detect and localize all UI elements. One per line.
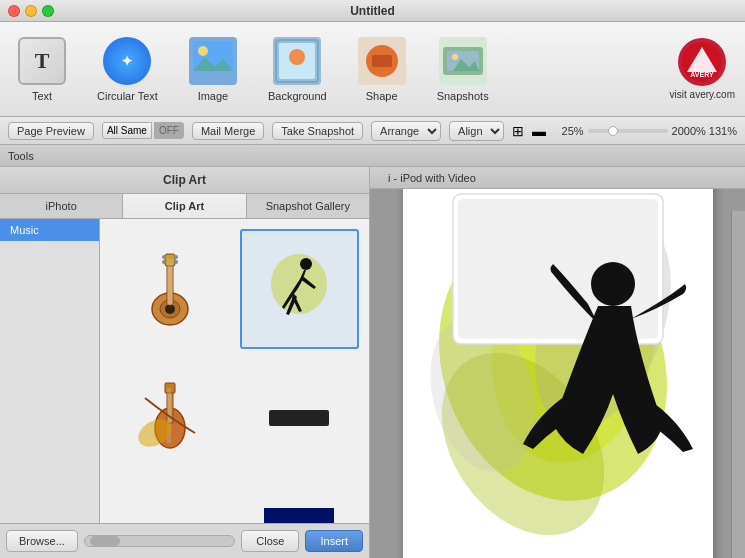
toolbar-item-circular-text[interactable]: ✦ Circular Text [89, 32, 166, 107]
tools-tab: Tools [0, 145, 745, 167]
all-same-toggle: All Same OFF [102, 122, 184, 139]
svg-rect-55 [264, 508, 334, 523]
text-icon: T [18, 37, 66, 85]
list-item[interactable] [240, 359, 360, 479]
zoom-slider[interactable] [588, 129, 668, 133]
background-icon-svg [273, 37, 321, 85]
circular-text-label: Circular Text [97, 90, 158, 102]
close-button[interactable] [8, 5, 20, 17]
tab-snapshot-gallery[interactable]: Snapshot Gallery [247, 194, 369, 218]
background-icon [273, 37, 321, 85]
toolbar-item-snapshots[interactable]: Snapshots [429, 32, 497, 107]
traffic-lights [8, 5, 54, 17]
clip-art-panel: Clip Art iPhoto Clip Art Snapshot Galler… [0, 167, 370, 558]
panel-footer: Browse... Close Insert [0, 523, 369, 558]
keyboard-image [130, 508, 210, 523]
close-button[interactable]: Close [241, 530, 299, 552]
svg-rect-10 [372, 55, 392, 67]
text-icon-shape: T [18, 37, 66, 85]
svg-point-67 [591, 262, 635, 306]
list-item[interactable] [110, 229, 230, 349]
take-snapshot-button[interactable]: Take Snapshot [272, 122, 363, 140]
toolbar-item-text[interactable]: T Text [10, 32, 74, 107]
svg-point-15 [452, 54, 458, 60]
svg-point-27 [162, 255, 166, 259]
scrollbar-thumb [90, 536, 120, 546]
canvas-tab-bar: i - iPod with Video [370, 167, 745, 189]
grid-icon[interactable]: ⊞ [512, 123, 524, 139]
shape-icon-svg [358, 37, 406, 85]
browse-button[interactable]: Browse... [6, 530, 78, 552]
panel-sidebar: Music [0, 219, 369, 523]
toolbar-item-image[interactable]: Image [181, 32, 245, 107]
controlbar: Page Preview All Same OFF Mail Merge Tak… [0, 117, 745, 145]
align-select[interactable]: Align [449, 121, 504, 141]
clip-art-grid [100, 219, 369, 523]
svg-point-28 [162, 260, 166, 264]
image-label: Image [198, 90, 229, 102]
background-label: Background [268, 90, 327, 102]
panel-header: Clip Art [0, 167, 369, 194]
main-area: Clip Art iPhoto Clip Art Snapshot Galler… [0, 167, 745, 558]
horizontal-scrollbar[interactable] [84, 535, 236, 547]
mail-merge-button[interactable]: Mail Merge [192, 122, 264, 140]
svg-point-30 [174, 260, 178, 264]
zoom-min-label: 25% [562, 125, 584, 137]
circular-text-icon-shape: ✦ [103, 37, 151, 85]
tab-iphoto[interactable]: iPhoto [0, 194, 123, 218]
list-item[interactable] [110, 488, 230, 523]
ipod-artwork [403, 189, 713, 558]
insert-button[interactable]: Insert [305, 530, 363, 552]
horn-image [259, 508, 339, 523]
canvas-tab-label: i - iPod with Video [380, 170, 484, 186]
circular-text-icon: ✦ [103, 37, 151, 85]
zoom-max-label: 2000% 131% [672, 125, 737, 137]
avery-badge-icon: AVERY [678, 38, 726, 86]
dancer-image [259, 249, 339, 329]
shape-label: Shape [366, 90, 398, 102]
category-list: Music [0, 219, 100, 523]
toolbar-item-shape[interactable]: Shape [350, 32, 414, 107]
svg-rect-39 [269, 410, 329, 426]
svg-point-7 [289, 49, 305, 65]
list-item[interactable] [240, 488, 360, 523]
minimize-button[interactable] [25, 5, 37, 17]
list-item[interactable] [240, 229, 360, 349]
panel-tabs: iPhoto Clip Art Snapshot Gallery [0, 194, 369, 219]
svg-point-29 [174, 255, 178, 259]
page-preview-button[interactable]: Page Preview [8, 122, 94, 140]
list-item[interactable] [110, 359, 230, 479]
off-label[interactable]: OFF [154, 122, 184, 139]
arrange-select[interactable]: Arrange [371, 121, 441, 141]
tab-clip-art[interactable]: Clip Art [123, 194, 246, 218]
maximize-button[interactable] [42, 5, 54, 17]
window-title: Untitled [350, 4, 395, 18]
avery-logo[interactable]: AVERY visit avery.com [670, 38, 735, 100]
shape-icon [358, 37, 406, 85]
canvas-content[interactable] [370, 189, 745, 558]
snapshots-icon-svg [439, 37, 487, 85]
snapshots-icon [439, 37, 487, 85]
titlebar: Untitled [0, 0, 745, 22]
cello-image [130, 378, 210, 458]
guitar-image [130, 249, 210, 329]
svg-point-32 [300, 258, 312, 270]
image-icon-svg [189, 37, 237, 85]
toolbar: T Text ✦ Circular Text Image [0, 22, 745, 117]
all-same-label: All Same [102, 122, 152, 139]
bar-image [259, 378, 339, 458]
svg-point-3 [198, 46, 208, 56]
toolbar-item-background[interactable]: Background [260, 32, 335, 107]
canvas-area: i - iPod with Video [370, 167, 745, 558]
toolbar-items: T Text ✦ Circular Text Image [10, 32, 497, 107]
category-item-music[interactable]: Music [0, 219, 99, 241]
svg-text:AVERY: AVERY [691, 71, 715, 78]
zoom-controls: 25% 2000% 131% [562, 125, 737, 137]
image-icon [189, 37, 237, 85]
zoom-thumb [608, 126, 618, 136]
label-canvas [403, 189, 713, 558]
list-icon[interactable]: ▬ [532, 123, 546, 139]
tools-tab-label: Tools [8, 150, 34, 162]
canvas-vertical-scrollbar[interactable] [731, 211, 745, 558]
text-label: Text [32, 90, 52, 102]
